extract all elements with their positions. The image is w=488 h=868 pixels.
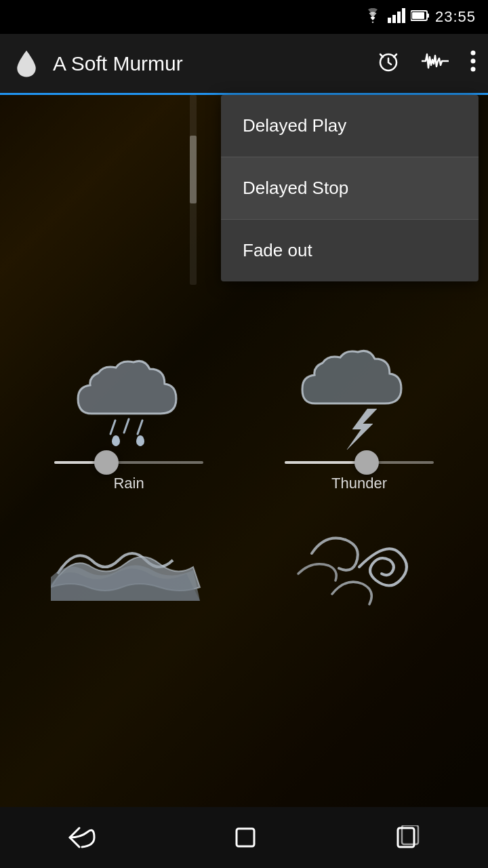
sound-item-rain: Rain — [14, 312, 244, 513]
svg-rect-14 — [237, 829, 254, 846]
svg-rect-2 — [397, 12, 401, 23]
svg-rect-3 — [402, 8, 405, 23]
rain-slider-thumb[interactable] — [94, 450, 119, 475]
rain-label: Rain — [113, 475, 144, 492]
wifi-icon — [363, 8, 382, 26]
rain-icon — [64, 339, 193, 448]
svg-rect-0 — [388, 18, 391, 23]
menu-item-delayed-stop[interactable]: Delayed Stop — [221, 157, 479, 220]
home-button[interactable] — [211, 816, 280, 859]
more-icon[interactable] — [470, 50, 476, 77]
bottom-sound-row — [0, 519, 488, 608]
svg-rect-6 — [412, 12, 424, 19]
back-button[interactable] — [47, 818, 117, 856]
svg-rect-1 — [392, 15, 396, 23]
app-bar: A Soft Murmur — [0, 34, 488, 95]
app-title: A Soft Murmur — [53, 52, 355, 75]
svg-line-12 — [124, 419, 129, 433]
svg-point-8 — [471, 51, 476, 56]
svg-line-13 — [138, 420, 142, 434]
time-display: 23:55 — [435, 8, 476, 26]
menu-scroll-thumb — [190, 136, 197, 203]
sound-grid: Rain Thunder — [0, 285, 488, 513]
thunder-label: Thunder — [331, 475, 387, 492]
waves-icon[interactable] — [51, 519, 207, 601]
svg-line-11 — [110, 420, 115, 434]
wind-icon[interactable] — [291, 519, 427, 608]
dropdown-menu: Delayed Play Delayed Stop Fade out — [221, 95, 479, 281]
alarm-icon[interactable] — [377, 50, 400, 77]
rain-icon-wrapper[interactable] — [61, 326, 197, 461]
sound-item-waves — [14, 519, 244, 608]
menu-scroll-indicator — [190, 95, 197, 285]
sound-item-wind — [244, 519, 474, 608]
bottom-nav — [0, 807, 488, 868]
signal-icon — [388, 8, 405, 26]
menu-item-delayed-play[interactable]: Delayed Play — [221, 95, 479, 157]
thunder-icon-wrapper[interactable] — [291, 326, 427, 461]
sound-item-thunder: Thunder — [244, 312, 474, 513]
svg-point-10 — [471, 67, 476, 72]
rain-slider-track[interactable] — [54, 461, 203, 464]
svg-point-9 — [471, 59, 476, 64]
status-bar: 23:55 — [0, 0, 488, 34]
svg-rect-5 — [427, 14, 429, 18]
waveform-icon[interactable] — [422, 52, 449, 75]
recent-apps-button[interactable] — [373, 818, 441, 856]
thunder-slider-thumb[interactable] — [354, 450, 379, 475]
battery-icon — [411, 9, 430, 25]
menu-item-fade-out[interactable]: Fade out — [221, 220, 479, 281]
thunder-icon — [291, 336, 427, 451]
thunder-slider-track[interactable] — [285, 461, 434, 464]
app-logo — [12, 50, 41, 78]
